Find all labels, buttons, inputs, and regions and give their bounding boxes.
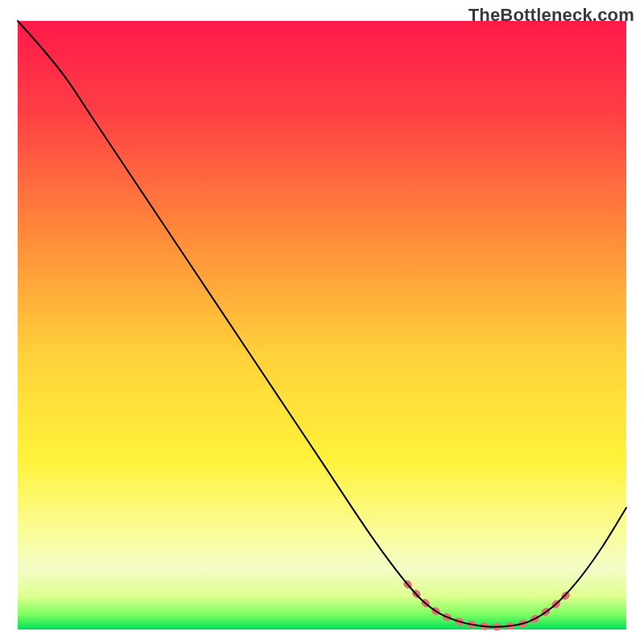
watermark-text: TheBottleneck.com — [469, 5, 634, 26]
chart-background-gradient — [18, 21, 626, 630]
chart-container: TheBottleneck.com — [0, 0, 644, 644]
chart-svg — [0, 0, 644, 644]
